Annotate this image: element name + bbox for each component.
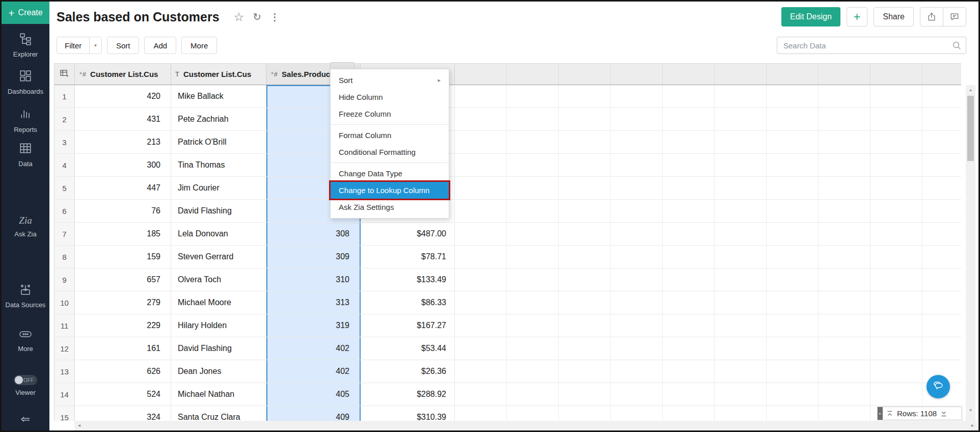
empty-cell[interactable] <box>819 131 870 153</box>
empty-cell[interactable] <box>922 314 961 337</box>
empty-cell[interactable] <box>559 177 611 199</box>
empty-cell[interactable] <box>559 108 611 130</box>
empty-cell[interactable] <box>870 383 922 406</box>
sales-amount-cell[interactable]: $133.49 <box>361 268 455 291</box>
empty-cell[interactable] <box>507 246 559 268</box>
empty-cell[interactable] <box>455 337 507 360</box>
empty-cell[interactable] <box>455 246 507 268</box>
empty-cell[interactable] <box>507 177 559 199</box>
empty-cell[interactable] <box>507 383 559 406</box>
customer-name-cell[interactable]: Hilary Holden <box>171 314 266 337</box>
menu-item-freeze-column[interactable]: Freeze Column <box>331 105 449 122</box>
vertical-scrollbar-thumb[interactable] <box>967 96 974 161</box>
empty-cell[interactable] <box>819 337 870 360</box>
empty-cell[interactable] <box>819 383 870 406</box>
empty-cell[interactable] <box>767 177 819 199</box>
empty-cell[interactable] <box>611 223 663 245</box>
empty-cell[interactable] <box>559 131 611 153</box>
empty-cell[interactable] <box>922 154 961 176</box>
empty-cell[interactable] <box>819 246 870 268</box>
customer-number-cell[interactable]: 185 <box>75 223 171 245</box>
product-number-cell[interactable]: 402 <box>266 337 361 360</box>
row-number-cell[interactable]: 4 <box>55 154 75 176</box>
empty-cell[interactable] <box>922 200 961 222</box>
empty-cell[interactable] <box>819 360 870 383</box>
customer-name-cell[interactable]: Michael Moore <box>171 291 266 314</box>
row-number-cell[interactable]: 11 <box>55 314 75 337</box>
customer-number-cell[interactable]: 657 <box>75 268 171 291</box>
filter-button[interactable]: Filter <box>57 37 89 53</box>
empty-cell[interactable] <box>715 337 767 360</box>
empty-cell[interactable] <box>870 154 922 176</box>
empty-cell[interactable] <box>715 406 767 421</box>
empty-cell[interactable] <box>819 314 870 337</box>
add-report-button[interactable]: + <box>847 7 867 26</box>
empty-cell[interactable] <box>663 108 715 130</box>
sales-amount-cell[interactable]: $288.92 <box>361 383 455 406</box>
customer-number-cell[interactable]: 300 <box>75 154 171 176</box>
product-number-cell[interactable]: 402 <box>266 360 361 383</box>
empty-cell[interactable] <box>819 154 870 176</box>
customer-name-cell[interactable]: Olvera Toch <box>171 268 266 291</box>
customer-name-cell[interactable]: Michael Nathan <box>171 383 266 406</box>
empty-cell[interactable] <box>715 268 767 291</box>
empty-cell[interactable] <box>715 314 767 337</box>
customer-number-cell[interactable]: 626 <box>75 360 171 383</box>
empty-cell[interactable] <box>507 200 559 222</box>
empty-cell[interactable] <box>767 291 819 314</box>
empty-cell[interactable] <box>507 85 559 107</box>
empty-cell[interactable] <box>559 223 611 245</box>
empty-cell[interactable] <box>922 268 961 291</box>
customer-number-cell[interactable]: 213 <box>75 131 171 153</box>
empty-cell[interactable] <box>507 131 559 153</box>
column-header-1[interactable]: ⁺#Customer List.Cus <box>75 64 171 85</box>
edit-design-button[interactable]: Edit Design <box>781 7 840 26</box>
empty-cell[interactable] <box>559 383 611 406</box>
empty-cell[interactable] <box>819 200 870 222</box>
sidebar-item-reports[interactable]: Reports <box>2 107 49 134</box>
empty-cell[interactable] <box>455 223 507 245</box>
menu-item-conditional-formatting[interactable]: Conditional Formatting <box>331 144 449 160</box>
sidebar-item-data[interactable]: Data <box>2 142 49 168</box>
empty-cell[interactable] <box>455 177 507 199</box>
empty-cell[interactable] <box>455 291 507 314</box>
product-number-cell[interactable]: 409 <box>266 406 361 421</box>
empty-cell[interactable] <box>455 131 507 153</box>
empty-cell[interactable] <box>715 131 767 153</box>
empty-cell[interactable] <box>767 131 819 153</box>
empty-cell[interactable] <box>455 406 507 421</box>
empty-cell[interactable] <box>663 291 715 314</box>
viewer-toggle[interactable]: OFF <box>14 375 37 385</box>
empty-cell[interactable] <box>507 223 559 245</box>
row-number-cell[interactable]: 10 <box>55 291 75 314</box>
empty-cell[interactable] <box>455 268 507 291</box>
empty-cell[interactable] <box>819 406 870 421</box>
comment-icon[interactable] <box>943 8 966 26</box>
customer-name-cell[interactable]: Pete Zachriah <box>171 108 266 130</box>
empty-cell[interactable] <box>767 246 819 268</box>
row-number-cell[interactable]: 6 <box>55 200 75 222</box>
row-number-cell[interactable]: 2 <box>55 108 75 130</box>
empty-cell[interactable] <box>455 200 507 222</box>
empty-cell[interactable] <box>715 154 767 176</box>
empty-cell[interactable] <box>663 154 715 176</box>
customer-number-cell[interactable]: 420 <box>75 85 171 107</box>
customer-name-cell[interactable]: Patrick O'Brill <box>171 131 266 153</box>
customer-name-cell[interactable]: Steven Gerrard <box>171 246 266 268</box>
menu-item-hide-column[interactable]: Hide Column <box>331 89 449 105</box>
empty-cell[interactable] <box>870 85 922 107</box>
empty-cell[interactable] <box>507 337 559 360</box>
empty-cell[interactable] <box>715 360 767 383</box>
customer-name-cell[interactable]: Mike Ballack <box>171 85 266 107</box>
empty-cell[interactable] <box>663 246 715 268</box>
empty-cell[interactable] <box>611 383 663 406</box>
empty-cell[interactable] <box>870 314 922 337</box>
row-number-cell[interactable]: 12 <box>55 337 75 360</box>
export-icon[interactable] <box>920 8 943 26</box>
search-input[interactable] <box>777 37 966 54</box>
empty-cell[interactable] <box>455 108 507 130</box>
empty-cell[interactable] <box>611 131 663 153</box>
share-button[interactable]: Share <box>874 7 914 26</box>
customer-name-cell[interactable]: Santa Cruz Clara <box>171 406 266 421</box>
empty-cell[interactable] <box>819 177 870 199</box>
